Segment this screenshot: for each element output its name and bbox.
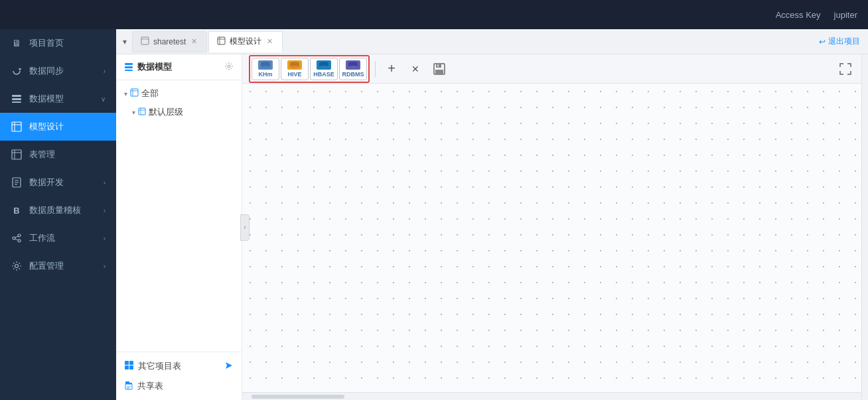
other-tables-item[interactable]: 其它项目表	[116, 356, 242, 376]
hive-icon	[287, 60, 302, 70]
db-type-hbase-button[interactable]: HBASE	[310, 58, 338, 80]
tab-sharetest-close[interactable]: ✕	[190, 36, 198, 46]
svg-point-37	[348, 66, 358, 68]
home-icon: 🖥	[11, 37, 23, 49]
svg-marker-24	[226, 362, 232, 369]
sidebar-item-datamodel[interactable]: 数据模型 ∨	[0, 85, 116, 113]
svg-point-7	[18, 234, 21, 237]
svg-rect-2	[12, 101, 21, 103]
svg-line-9	[15, 236, 18, 237]
fullscreen-button[interactable]	[836, 60, 855, 78]
shared-tables-left: 共享表	[124, 380, 163, 392]
other-tables-left: 其它项目表	[124, 360, 181, 372]
delete-table-button[interactable]: ✕	[405, 58, 426, 80]
sidebar-item-home[interactable]: 🖥 项目首页	[0, 29, 116, 57]
left-panel-settings-icon[interactable]	[224, 62, 234, 73]
datamodel-arrow: ∨	[101, 96, 106, 103]
tablemanage-icon	[11, 149, 23, 161]
tab-bar: ▾ sharetest ✕ 模型设计 ✕	[116, 29, 868, 54]
db-type-khm-button[interactable]: KHm	[252, 58, 279, 80]
save-button[interactable]	[429, 58, 450, 80]
username-label: jupiter	[834, 10, 857, 20]
svg-point-34	[319, 66, 328, 68]
tab-modeldesign-close[interactable]: ✕	[265, 36, 274, 46]
tab-sharetest[interactable]: sharetest ✕	[132, 31, 207, 52]
svg-rect-19	[139, 108, 145, 115]
left-panel-title-text: 数据模型	[137, 61, 172, 73]
sidebar-label-datasync: 数据同步	[29, 65, 64, 77]
sidebar-label-home: 项目首页	[29, 37, 64, 49]
svg-rect-4	[12, 150, 21, 159]
tree-child[interactable]: ▾ 默认层级	[116, 103, 242, 121]
svg-rect-20	[125, 361, 129, 365]
sidebar-item-datasync[interactable]: 数据同步 ›	[0, 57, 116, 85]
svg-rect-1	[12, 98, 21, 100]
canvas-scrollbar-horizontal[interactable]	[242, 392, 861, 400]
tree-root-icon	[130, 88, 139, 99]
left-panel: 数据模型 ▾ 全部 ▾	[116, 54, 242, 400]
datadev-arrow: ›	[104, 179, 106, 186]
sidebar-item-modeldesign[interactable]: 模型设计	[0, 113, 116, 141]
shared-tables-item[interactable]: 共享表	[116, 376, 242, 396]
workflow-arrow: ›	[104, 235, 106, 242]
datadev-icon	[11, 176, 23, 188]
other-tables-send-icon[interactable]	[224, 361, 234, 372]
main-layout: 🖥 项目首页 数据同步 › 数据模型 ∨ 模型设计	[0, 29, 868, 400]
shared-tables-icon	[124, 381, 133, 392]
dataquality-arrow: ›	[104, 207, 106, 214]
inner-layout: 数据模型 ▾ 全部 ▾	[116, 54, 868, 400]
canvas-scrollbar-vertical[interactable]	[861, 54, 868, 400]
tab-modeldesign[interactable]: 模型设计 ✕	[208, 31, 283, 52]
tab-modeldesign-icon	[217, 36, 226, 47]
modeldesign-icon	[11, 121, 23, 133]
canvas-grid[interactable]	[242, 84, 861, 392]
hive-label: HIVE	[287, 71, 301, 78]
svg-rect-23	[129, 366, 133, 369]
configmgmt-icon	[11, 260, 23, 272]
access-key-link[interactable]: Access Key	[776, 10, 821, 20]
scrollbar-track-h[interactable]	[252, 395, 344, 399]
add-table-button[interactable]: +	[381, 58, 402, 80]
db-type-hive-button[interactable]: HIVE	[281, 58, 309, 80]
left-panel-header: 数据模型	[116, 54, 242, 80]
svg-point-17	[228, 65, 230, 68]
tree-root-arrow: ▾	[124, 90, 127, 98]
sidebar-item-workflow[interactable]: 工作流 ›	[0, 224, 116, 252]
tab-dropdown[interactable]: ▾	[119, 34, 131, 49]
exit-label: 退出项目	[828, 36, 860, 47]
sidebar-item-configmgmt[interactable]: 配置管理 ›	[0, 252, 116, 280]
sidebar-item-tablemanage[interactable]: 表管理	[0, 141, 116, 168]
tree-root[interactable]: ▾ 全部	[116, 84, 242, 103]
tree-child-label: 默认层级	[149, 106, 183, 118]
hbase-label: HBASE	[313, 71, 334, 78]
left-panel-collapse-button[interactable]: ‹	[240, 214, 250, 241]
svg-line-10	[15, 239, 18, 240]
db-type-group: KHm HIVE	[249, 55, 370, 83]
other-tables-icon	[124, 360, 134, 372]
rdbms-label: RDBMS	[342, 71, 364, 78]
svg-rect-3	[12, 122, 21, 131]
svg-rect-40	[437, 64, 439, 67]
svg-point-11	[15, 265, 19, 268]
sidebar-label-configmgmt: 配置管理	[29, 260, 64, 272]
fullscreen-icon	[839, 63, 851, 75]
tab-bar-right: ↩ 退出项目	[819, 36, 868, 47]
top-header: Access Key jupiter	[0, 0, 868, 29]
sidebar-item-datadev[interactable]: 数据开发 ›	[0, 168, 116, 196]
exit-project-button[interactable]: ↩ 退出项目	[819, 36, 860, 47]
datamodel-panel-icon	[124, 62, 133, 72]
sidebar-item-dataquality[interactable]: B 数据质量稽核 ›	[0, 196, 116, 224]
left-panel-tree: ▾ 全部 ▾ 默认层级	[116, 80, 242, 352]
sidebar-label-datadev: 数据开发	[29, 176, 64, 188]
workflow-icon	[11, 232, 23, 244]
tab-sharetest-label: sharetest	[153, 37, 186, 46]
svg-rect-22	[125, 366, 129, 369]
sidebar-label-workflow: 工作流	[29, 232, 55, 244]
canvas-toolbar-left: KHm HIVE	[249, 55, 450, 83]
exit-icon: ↩	[819, 37, 826, 46]
svg-rect-13	[218, 37, 225, 44]
tab-modeldesign-label: 模型设计	[230, 36, 261, 47]
configmgmt-arrow: ›	[104, 263, 106, 270]
sidebar-label-datamodel: 数据模型	[29, 93, 64, 105]
db-type-rdbms-button[interactable]: RDBMS	[339, 58, 367, 80]
